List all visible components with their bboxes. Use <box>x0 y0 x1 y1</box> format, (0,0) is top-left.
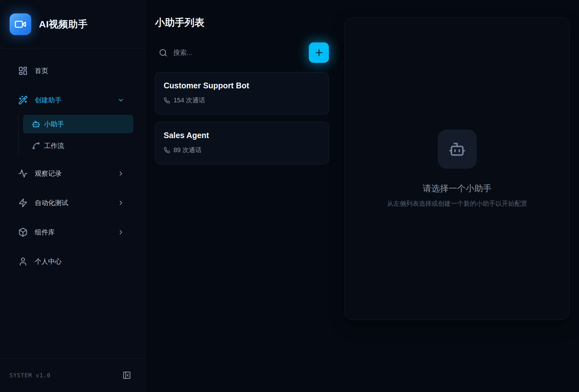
wand-sparkles-icon <box>18 95 28 105</box>
plus-icon <box>314 48 324 58</box>
assistant-name: Customer Support Bot <box>164 81 320 90</box>
sidebar-item-autotest[interactable]: 自动化测试 <box>8 194 137 212</box>
search-input[interactable] <box>173 49 309 56</box>
box-icon <box>18 227 28 237</box>
dashboard-icon <box>18 66 28 76</box>
assistant-detail-panel: 请选择一个小助手 从左侧列表选择或创建一个新的小助手以开始配置 <box>345 18 570 320</box>
sidebar-subitem-assistant[interactable]: 小助手 <box>23 115 133 133</box>
sidebar-header: AI视频助手 <box>0 0 145 49</box>
sidebar-item-records[interactable]: 观察记录 <box>8 165 137 182</box>
system-version: SYSTEM v1.0 <box>10 372 51 379</box>
assistant-card[interactable]: Sales Agent 89 次通话 <box>155 122 329 164</box>
sidebar-footer: SYSTEM v1.0 <box>0 358 145 392</box>
page-title: 小助手列表 <box>155 16 329 29</box>
add-assistant-button[interactable] <box>309 42 329 63</box>
user-icon <box>18 257 28 266</box>
chevron-down-icon <box>117 97 124 104</box>
chevron-right-icon <box>117 199 124 206</box>
bot-icon <box>32 120 40 128</box>
assistant-meta: 89 次通话 <box>164 146 320 154</box>
empty-state-subtitle: 从左侧列表选择或创建一个新的小助手以开始配置 <box>387 199 527 208</box>
sidebar-nav: 首页 创建助手 小助手 <box>0 49 145 358</box>
video-camera-icon <box>14 18 26 30</box>
assistant-call-count: 89 次通话 <box>174 146 202 154</box>
assistant-call-count: 154 次通话 <box>174 96 205 105</box>
sidebar-item-profile[interactable]: 个人中心 <box>8 253 137 270</box>
sidebar-item-label: 组件库 <box>35 228 55 237</box>
sidebar-item-label: 首页 <box>35 66 48 75</box>
assistant-meta: 154 次通话 <box>164 96 320 105</box>
sidebar-subitem-label: 工作流 <box>44 141 64 150</box>
workflow-icon <box>32 142 40 150</box>
sidebar-item-label: 自动化测试 <box>35 198 68 207</box>
main-content: 小助手列表 Customer Support Bot <box>145 0 579 392</box>
assistant-card[interactable]: Customer Support Bot 154 次通话 <box>155 72 329 115</box>
sidebar-item-label: 个人中心 <box>35 257 62 266</box>
app-logo <box>10 13 31 35</box>
sidebar: AI视频助手 首页 创建助手 <box>0 0 145 392</box>
zap-icon <box>18 198 28 208</box>
sidebar-item-create-assistant[interactable]: 创建助手 <box>8 91 137 109</box>
create-assistant-submenu: 小助手 工作流 <box>18 115 133 155</box>
panel-collapse-icon[interactable] <box>122 371 131 380</box>
bot-icon <box>449 141 466 158</box>
sidebar-item-components[interactable]: 组件库 <box>8 223 137 241</box>
phone-icon <box>164 147 170 153</box>
phone-icon <box>164 97 170 104</box>
sidebar-item-label: 观察记录 <box>35 169 62 178</box>
app-title: AI视频助手 <box>39 18 88 31</box>
assistant-name: Sales Agent <box>164 131 320 140</box>
empty-state-title: 请选择一个小助手 <box>423 183 492 194</box>
search-icon <box>159 48 167 57</box>
sidebar-item-home[interactable]: 首页 <box>8 62 137 80</box>
assistant-list-panel: 小助手列表 Customer Support Bot <box>145 0 329 392</box>
sidebar-subitem-label: 小助手 <box>44 120 64 129</box>
activity-icon <box>18 169 28 178</box>
search-row <box>155 42 329 63</box>
chevron-right-icon <box>117 170 124 177</box>
chevron-right-icon <box>117 229 124 236</box>
empty-state-icon-container <box>438 129 477 169</box>
sidebar-item-label: 创建助手 <box>35 96 62 105</box>
sidebar-subitem-workflow[interactable]: 工作流 <box>23 137 133 155</box>
